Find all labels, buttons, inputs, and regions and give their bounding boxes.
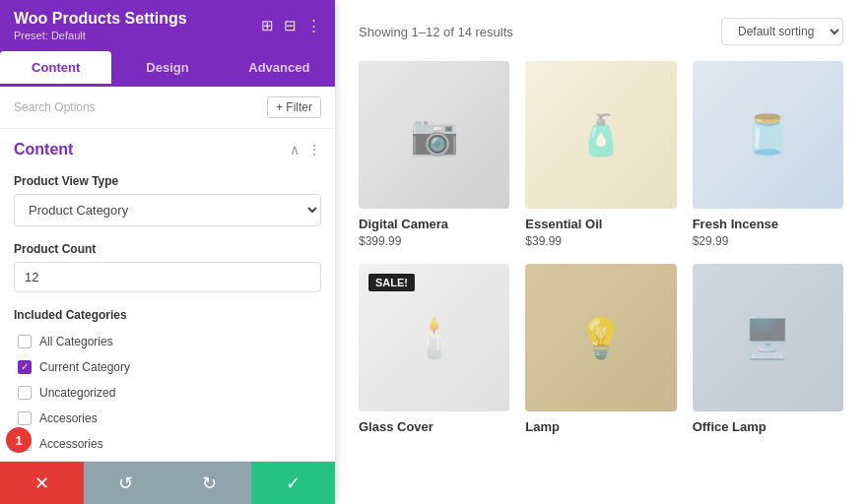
- results-bar: Showing 1–12 of 14 results Default sorti…: [359, 18, 843, 45]
- bottom-toolbar: ✕ ↺ ↻ ✓: [0, 461, 335, 504]
- product-img-essential-oil: 🧴: [525, 61, 676, 209]
- product-img-fresh-incense: 🫙: [693, 61, 843, 209]
- product-view-type-label: Product View Type: [14, 174, 321, 188]
- incense-icon: 🫙: [743, 112, 792, 158]
- product-name-essential-oil: Essential Oil: [525, 217, 676, 231]
- step-badge: 1: [6, 427, 32, 453]
- category-uncategorized-checkbox[interactable]: [18, 386, 32, 400]
- product-name-digital-camera: Digital Camera: [359, 217, 509, 231]
- product-img-digital-camera: 📷: [359, 61, 509, 209]
- product-name-office-lamp: Office Lamp: [693, 419, 843, 434]
- product-view-type-field: Product View Type Product Category Produ…: [0, 166, 335, 234]
- close-icon: ✕: [34, 472, 49, 494]
- panel-title-block: Woo Products Settings Preset: Default: [14, 10, 187, 41]
- collapse-icon[interactable]: ∧: [290, 142, 300, 158]
- product-price-fresh-incense: $29.99: [693, 234, 843, 248]
- panel-preset: Preset: Default: [14, 30, 187, 41]
- category-current-label: Current Category: [39, 360, 130, 374]
- category-accesories-checkbox[interactable]: [18, 411, 32, 425]
- product-count-input[interactable]: [14, 262, 321, 292]
- tab-design[interactable]: Design: [111, 51, 223, 87]
- main-content: Showing 1–12 of 14 results Default sorti…: [335, 0, 867, 504]
- section-more-icon[interactable]: ⋮: [307, 142, 321, 158]
- category-uncategorized-label: Uncategorized: [39, 386, 115, 400]
- filter-button[interactable]: + Filter: [267, 96, 321, 118]
- product-count-field: Product Count: [0, 234, 335, 300]
- tab-content[interactable]: Content: [0, 51, 111, 87]
- category-current-checkbox[interactable]: [18, 360, 32, 374]
- product-price-digital-camera: $399.99: [359, 234, 509, 248]
- category-all-label: All Categories: [39, 335, 113, 348]
- product-card-glass-cover[interactable]: SALE! 🕯️ Glass Cover: [359, 264, 509, 437]
- glass-icon: 🕯️: [410, 315, 459, 361]
- lamp-icon: 💡: [576, 315, 626, 361]
- save-icon: ✓: [286, 472, 300, 494]
- search-filter-bar: Search Options + Filter: [0, 87, 335, 129]
- product-img-office-lamp: 🖥️: [693, 264, 843, 411]
- section-icons: ∧ ⋮: [290, 142, 321, 158]
- included-categories-label: Included Categories: [14, 308, 321, 322]
- section-header: Content ∧ ⋮: [0, 129, 335, 166]
- product-card-essential-oil[interactable]: 🧴 Essential Oil $39.99: [525, 61, 676, 248]
- columns-icon[interactable]: ⊟: [284, 17, 297, 34]
- resize-icon[interactable]: ⊞: [261, 17, 274, 34]
- category-accessories[interactable]: Accessories: [14, 432, 321, 456]
- search-options-label: Search Options: [14, 100, 96, 114]
- panel-header-icons: ⊞ ⊟ ⋮: [261, 17, 321, 34]
- product-card-digital-camera[interactable]: 📷 Digital Camera $399.99: [359, 61, 509, 248]
- product-count-label: Product Count: [14, 242, 321, 256]
- panel-title: Woo Products Settings: [14, 10, 187, 28]
- tab-advanced[interactable]: Advanced: [224, 51, 335, 87]
- oil-icon: 🧴: [576, 112, 626, 158]
- product-name-lamp: Lamp: [525, 419, 676, 434]
- settings-panel: Woo Products Settings Preset: Default ⊞ …: [0, 0, 335, 504]
- product-view-type-select[interactable]: Product Category Product Tag Product ID: [14, 194, 321, 226]
- panel-content: Content ∧ ⋮ Product View Type Product Ca…: [0, 129, 335, 461]
- sale-badge: SALE!: [368, 274, 415, 291]
- product-name-fresh-incense: Fresh Incense: [693, 217, 843, 231]
- included-categories-section: Included Categories All Categories Curre…: [0, 300, 335, 461]
- panel-tabs: Content Design Advanced: [0, 51, 335, 87]
- products-grid: 📷 Digital Camera $399.99 🧴 Essential Oil…: [359, 61, 843, 437]
- more-icon[interactable]: ⋮: [306, 17, 321, 34]
- office-lamp-icon: 🖥️: [743, 315, 792, 361]
- product-card-fresh-incense[interactable]: 🫙 Fresh Incense $29.99: [693, 61, 843, 248]
- category-accesories[interactable]: Accesories: [14, 407, 321, 430]
- category-all[interactable]: All Categories: [14, 330, 321, 353]
- product-price-essential-oil: $39.99: [525, 234, 676, 248]
- category-all-checkbox[interactable]: [18, 335, 32, 348]
- product-img-glass-cover: SALE! 🕯️: [359, 264, 509, 411]
- panel-header: Woo Products Settings Preset: Default ⊞ …: [0, 0, 335, 51]
- category-uncategorized[interactable]: Uncategorized: [14, 381, 321, 405]
- category-accesories-label: Accesories: [39, 411, 98, 425]
- product-card-office-lamp[interactable]: 🖥️ Office Lamp: [693, 264, 843, 437]
- redo-icon: ↻: [202, 472, 217, 494]
- sort-dropdown[interactable]: Default sorting: [721, 18, 843, 45]
- save-button[interactable]: ✓: [251, 462, 335, 504]
- category-accessories-label: Accessories: [39, 437, 103, 451]
- product-img-lamp: 💡: [525, 264, 676, 411]
- category-list: All Categories Current Category Uncatego…: [14, 330, 321, 461]
- section-title: Content: [14, 141, 73, 158]
- close-button[interactable]: ✕: [0, 462, 84, 504]
- product-card-lamp[interactable]: 💡 Lamp: [525, 264, 676, 437]
- camera-icon: 📷: [410, 112, 459, 158]
- product-name-glass-cover: Glass Cover: [359, 419, 509, 434]
- category-current[interactable]: Current Category: [14, 355, 321, 379]
- undo-button[interactable]: ↺: [84, 462, 167, 504]
- redo-button[interactable]: ↻: [167, 462, 251, 504]
- undo-icon: ↺: [118, 472, 133, 494]
- results-text: Showing 1–12 of 14 results: [359, 25, 513, 39]
